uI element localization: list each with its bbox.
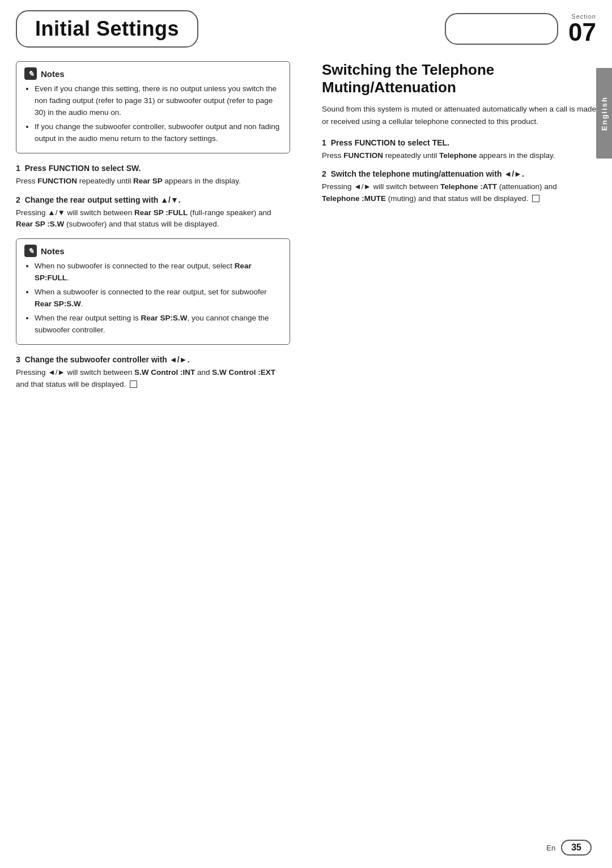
step-title: Press FUNCTION to select TEL.: [331, 138, 449, 147]
page-footer: En 35: [546, 840, 592, 856]
step-body: Press FUNCTION repeatedly until Rear SP …: [16, 176, 290, 187]
notes-list-2: When no subwoofer is connected to the re…: [24, 260, 282, 336]
right-step-1: 1 Press FUNCTION to select TEL. Press FU…: [322, 138, 596, 162]
step-body: Pressing ◄/► will switch between Telepho…: [322, 181, 596, 205]
notes-title-1: Notes: [41, 69, 65, 79]
language-label: English: [600, 96, 609, 131]
header-circle: [445, 13, 558, 45]
step-number: 1: [322, 138, 326, 147]
step-body: Press FUNCTION repeatedly until Telephon…: [322, 150, 596, 162]
section-title-line1: Switching the Telephone: [322, 61, 494, 78]
section-heading: Switching the Telephone Muting/Attenuati…: [322, 61, 596, 96]
step-number: 1: [16, 164, 20, 173]
left-step-2: 2 Change the rear output setting with ▲/…: [16, 195, 290, 231]
step-heading: 2 Change the rear output setting with ▲/…: [16, 195, 290, 204]
section-intro: Sound from this system is muted or atten…: [322, 103, 596, 127]
right-column: Switching the Telephone Muting/Attenuati…: [306, 53, 596, 399]
step-heading: 1 Press FUNCTION to select TEL.: [322, 138, 596, 147]
language-stripe: English: [596, 68, 612, 159]
notes-list-1: Even if you change this setting, there i…: [24, 83, 282, 145]
step-title: Switch the telephone muting/attenuation …: [331, 169, 524, 178]
footer-lang: En: [546, 844, 555, 852]
step-title: Press FUNCTION to select SW.: [25, 164, 141, 173]
notes-icon-1: ✎: [24, 67, 37, 80]
step-title: Change the subwoofer controller with ◄/►…: [25, 355, 190, 364]
section-badge: Section 07: [568, 13, 596, 45]
notes-title-2: Notes: [41, 246, 65, 256]
left-step-3: 3 Change the subwoofer controller with ◄…: [16, 355, 290, 391]
notes-icon-2: ✎: [24, 245, 37, 257]
notes-item: When a subwoofer is connected to the rea…: [35, 287, 282, 310]
step-number: 2: [322, 169, 326, 178]
notes-header-2: ✎ Notes: [24, 245, 282, 257]
header-right: Section 07: [445, 13, 596, 45]
notes-item: When the rear output setting is Rear SP:…: [35, 313, 282, 336]
step-heading: 1 Press FUNCTION to select SW.: [16, 164, 290, 173]
page-title: Initial Settings: [35, 17, 179, 41]
left-step-1: 1 Press FUNCTION to select SW. Press FUN…: [16, 164, 290, 187]
step-heading: 2 Switch the telephone muting/attenuatio…: [322, 169, 596, 178]
notes-box-1: ✎ Notes Even if you change this setting,…: [16, 61, 290, 153]
step-body: Pressing ▲/▼ will switch between Rear SP…: [16, 207, 290, 231]
main-content: ✎ Notes Even if you change this setting,…: [0, 53, 612, 399]
notes-item: If you change the subwoofer controller, …: [35, 121, 282, 145]
page-header: Initial Settings Section 07: [0, 0, 612, 48]
notes-box-2: ✎ Notes When no subwoofer is connected t…: [16, 238, 290, 345]
step-number: 3: [16, 355, 20, 364]
left-column: ✎ Notes Even if you change this setting,…: [16, 53, 306, 399]
end-symbol: [130, 380, 137, 388]
right-step-2: 2 Switch the telephone muting/attenuatio…: [322, 169, 596, 205]
notes-header-1: ✎ Notes: [24, 67, 282, 80]
section-number: 07: [568, 20, 596, 45]
section-title-line2: Muting/Attenuation: [322, 79, 456, 96]
page-title-box: Initial Settings: [16, 10, 198, 48]
end-symbol: [532, 195, 539, 202]
step-body: Pressing ◄/► will switch between S.W Con…: [16, 367, 290, 391]
step-number: 2: [16, 195, 20, 204]
notes-item: Even if you change this setting, there i…: [35, 83, 282, 119]
step-title: Change the rear output setting with ▲/▼.: [25, 195, 181, 204]
footer-page: 35: [561, 840, 592, 856]
notes-item: When no subwoofer is connected to the re…: [35, 260, 282, 284]
step-heading: 3 Change the subwoofer controller with ◄…: [16, 355, 290, 364]
